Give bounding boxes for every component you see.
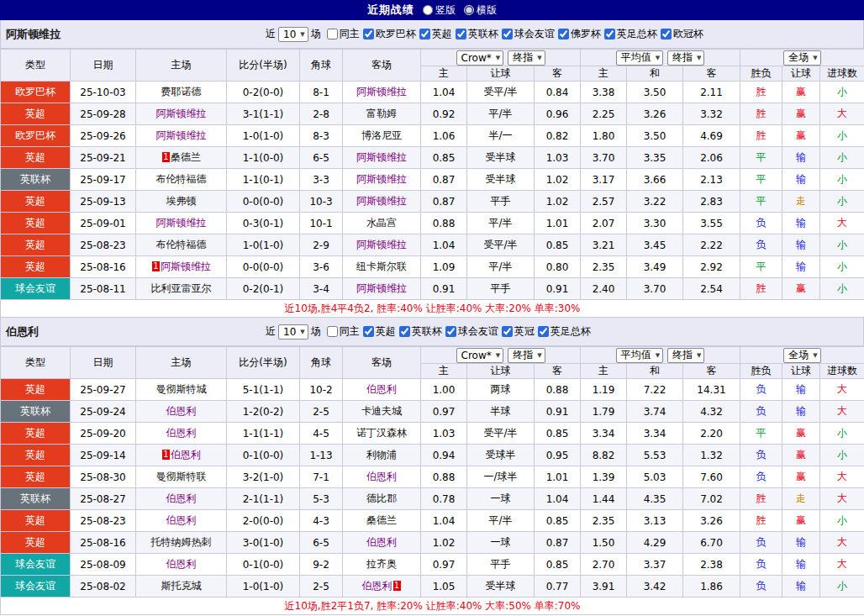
league-checkbox[interactable] [661, 29, 672, 39]
layout-horizontal-radio[interactable] [464, 5, 474, 15]
league-checkbox[interactable] [558, 29, 569, 39]
score-cell[interactable]: 0-0(0-0) [227, 256, 300, 278]
final-odds-select[interactable]: 终指▼ [508, 50, 545, 66]
score-cell[interactable]: 3-2(1-0) [227, 466, 300, 488]
home-team-cell[interactable]: 伯恩利 [136, 554, 227, 576]
final-odds-select[interactable]: 终指▼ [508, 348, 545, 363]
league-checkbox[interactable] [502, 326, 513, 337]
bookmaker-select[interactable]: Crow*▼ [456, 50, 504, 66]
layout-vertical-radio[interactable] [423, 5, 433, 15]
home-team-cell[interactable]: 1伯恩利 [136, 445, 227, 466]
league-checkbox[interactable] [419, 29, 430, 39]
league-filter[interactable]: 英足总杯 [538, 324, 591, 339]
league-checkbox[interactable] [604, 29, 615, 39]
away-team-cell[interactable]: 桑德兰 [343, 510, 421, 532]
home-team-cell[interactable]: 1桑德兰 [136, 147, 227, 169]
away-team-cell[interactable]: 阿斯顿维拉 [343, 234, 421, 256]
league-filter[interactable]: 英超 [363, 324, 396, 339]
away-team-cell[interactable]: 利物浦 [343, 445, 421, 466]
league-checkbox[interactable] [538, 326, 549, 337]
away-team-cell[interactable]: 伯恩利1 [343, 576, 421, 598]
away-team-cell[interactable]: 德比郡 [343, 488, 421, 510]
score-cell[interactable]: 0-3(0-1) [227, 213, 300, 234]
home-team-cell[interactable]: 费耶诺德 [136, 82, 227, 103]
score-cell[interactable]: 1-1(1-1) [227, 423, 300, 445]
average-select[interactable]: 平均值▼ [616, 348, 663, 363]
home-team-cell[interactable]: 伯恩利 [136, 488, 227, 510]
league-filter[interactable]: 英足总杯 [604, 27, 657, 41]
average-select[interactable]: 平均值▼ [616, 50, 663, 66]
league-checkbox[interactable] [445, 326, 456, 337]
home-team-cell[interactable]: 伯恩利 [136, 510, 227, 532]
league-checkbox[interactable] [363, 326, 374, 337]
score-cell[interactable]: 0-1(0-0) [227, 554, 300, 576]
score-cell[interactable]: 5-1(1-1) [227, 379, 300, 401]
match-count-select[interactable]: 10▼ [278, 324, 308, 340]
league-filter[interactable]: 佛罗杯 [558, 27, 601, 41]
home-team-cell[interactable]: 曼彻斯特联 [136, 466, 227, 488]
score-cell[interactable]: 2-0(0-0) [227, 510, 300, 532]
score-cell[interactable]: 0-0(0-0) [227, 191, 300, 213]
league-checkbox[interactable] [456, 29, 466, 39]
away-team-cell[interactable]: 卡迪夫城 [343, 401, 421, 423]
final-odds-select-2[interactable]: 终指▼ [667, 348, 704, 363]
score-cell[interactable]: 1-2(0-2) [227, 401, 300, 423]
layout-vertical-option[interactable]: 竖版 [423, 3, 456, 18]
home-team-cell[interactable]: 托特纳姆热刺 [136, 532, 227, 554]
score-cell[interactable]: 1-1(0-1) [227, 169, 300, 191]
same-home-filter[interactable]: 同主 [327, 324, 360, 339]
league-checkbox[interactable] [363, 29, 374, 39]
league-filter[interactable]: 英联杯 [399, 324, 442, 339]
score-cell[interactable]: 1-1(0-0) [227, 147, 300, 169]
league-filter[interactable]: 球会友谊 [445, 324, 498, 339]
home-team-cell[interactable]: 埃弗顿 [136, 191, 227, 213]
score-cell[interactable]: 1-0(1-0) [227, 576, 300, 598]
bookmaker-select[interactable]: Crow*▼ [456, 348, 504, 363]
league-checkbox[interactable] [502, 29, 513, 39]
away-team-cell[interactable]: 阿斯顿维拉 [343, 169, 421, 191]
league-filter[interactable]: 英超 [419, 27, 452, 41]
away-team-cell[interactable]: 伯恩利 [343, 466, 421, 488]
home-team-cell[interactable]: 布伦特福德 [136, 234, 227, 256]
home-team-cell[interactable]: 阿斯顿维拉 [136, 103, 227, 125]
away-team-cell[interactable]: 阿斯顿维拉 [343, 191, 421, 213]
score-cell[interactable]: 0-1(0-0) [227, 445, 300, 466]
away-team-cell[interactable]: 阿斯顿维拉 [343, 278, 421, 300]
home-team-cell[interactable]: 伯恩利 [136, 423, 227, 445]
score-cell[interactable]: 0-2(0-1) [227, 278, 300, 300]
same-home-checkbox[interactable] [327, 29, 338, 39]
league-filter[interactable]: 欧罗巴杯 [363, 27, 416, 41]
league-filter[interactable]: 欧冠杯 [661, 27, 703, 41]
home-team-cell[interactable]: 比利亚雷亚尔 [136, 278, 227, 300]
score-cell[interactable]: 3-1(1-1) [227, 103, 300, 125]
same-home-filter[interactable]: 同主 [327, 27, 360, 41]
away-team-cell[interactable]: 拉齐奥 [343, 554, 421, 576]
away-team-cell[interactable]: 伯恩利 [343, 379, 421, 401]
away-team-cell[interactable]: 博洛尼亚 [343, 125, 421, 147]
score-cell[interactable]: 0-2(0-0) [227, 82, 300, 103]
league-filter[interactable]: 英联杯 [456, 27, 498, 41]
home-team-cell[interactable]: 阿斯顿维拉 [136, 125, 227, 147]
league-filter[interactable]: 英冠 [502, 324, 535, 339]
layout-horizontal-option[interactable]: 横版 [464, 3, 497, 18]
score-cell[interactable]: 3-0(1-0) [227, 532, 300, 554]
league-checkbox[interactable] [399, 326, 410, 337]
home-team-cell[interactable]: 曼彻斯特城 [136, 379, 227, 401]
home-team-cell[interactable]: 伯恩利 [136, 401, 227, 423]
same-home-checkbox[interactable] [327, 326, 338, 337]
away-team-cell[interactable]: 水晶宫 [343, 213, 421, 234]
home-team-cell[interactable]: 布伦特福德 [136, 169, 227, 191]
score-cell[interactable]: 1-0(1-0) [227, 125, 300, 147]
away-team-cell[interactable]: 阿斯顿维拉 [343, 82, 421, 103]
match-count-select[interactable]: 10▼ [278, 27, 308, 42]
scope-select[interactable]: 全场▼ [783, 50, 820, 66]
home-team-cell[interactable]: 斯托克城 [136, 576, 227, 598]
home-team-cell[interactable]: 1阿斯顿维拉 [136, 256, 227, 278]
scope-select[interactable]: 全场▼ [783, 348, 820, 363]
score-cell[interactable]: 1-0(1-0) [227, 234, 300, 256]
league-filter[interactable]: 球会友谊 [502, 27, 555, 41]
score-cell[interactable]: 2-1(1-1) [227, 488, 300, 510]
away-team-cell[interactable]: 纽卡斯尔联 [343, 256, 421, 278]
away-team-cell[interactable]: 阿斯顿维拉 [343, 147, 421, 169]
home-team-cell[interactable]: 阿斯顿维拉 [136, 213, 227, 234]
